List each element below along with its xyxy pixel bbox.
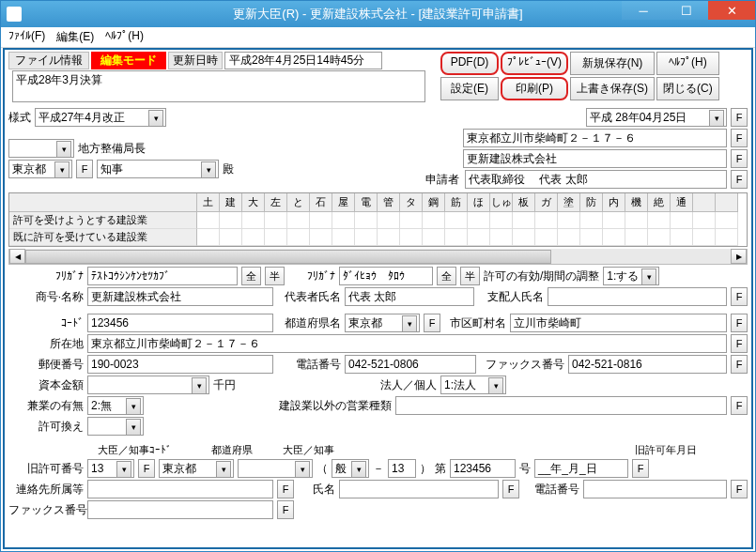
preview-button[interactable]: ﾌﾟﾚﾋﾞｭｰ(V) — [501, 52, 568, 75]
grid-cell[interactable] — [603, 212, 625, 229]
file-info-text[interactable]: 平成28年3月決算 — [12, 70, 425, 102]
pdf-button[interactable]: PDF(D) — [440, 52, 499, 75]
settings-button[interactable]: 設定(E) — [440, 77, 499, 100]
grid-cell[interactable] — [445, 229, 468, 246]
governor-combo[interactable]: 知事 — [97, 160, 219, 178]
grid-cell[interactable] — [445, 212, 468, 229]
titlebar[interactable]: 更新大臣(R) - 更新建設株式会社 - [建設業許可申請書] ─ ☐ ✕ — [1, 1, 755, 27]
grid-cell[interactable] — [513, 212, 535, 229]
otherbiz-input[interactable] — [395, 396, 727, 415]
grid-cell[interactable] — [332, 212, 355, 229]
grid-cell[interactable] — [468, 212, 490, 229]
grid-cell[interactable] — [242, 212, 265, 229]
grid-cell[interactable] — [535, 229, 558, 246]
grid-cell[interactable] — [355, 229, 378, 246]
contact-f[interactable]: F — [277, 480, 294, 498]
grid-cell[interactable] — [378, 229, 400, 246]
fax-input[interactable]: 042-521-0816 — [568, 355, 727, 374]
grid-cell[interactable] — [468, 229, 490, 246]
tel-input[interactable]: 042-521-0806 — [345, 355, 476, 374]
rep-name-input[interactable]: 代表 太郎 — [345, 287, 474, 306]
grid-cell[interactable] — [490, 229, 513, 246]
manager-input[interactable] — [548, 287, 727, 306]
grid-cell[interactable] — [671, 212, 693, 229]
date-f-button[interactable]: F — [731, 108, 748, 127]
old-permit-code[interactable]: 13 — [87, 459, 134, 478]
otherbiz-f[interactable]: F — [731, 396, 748, 415]
capital-input[interactable] — [87, 376, 209, 394]
grid-cell[interactable] — [648, 229, 671, 246]
rep-furigana[interactable]: ﾀﾞｲﾋｮｳ ﾀﾛｳ — [339, 267, 433, 285]
menu-edit[interactable]: 編集(E) — [56, 29, 94, 45]
grid-cell[interactable] — [355, 212, 378, 229]
grid-cell[interactable] — [671, 229, 693, 246]
scroll-left-icon[interactable]: ◀ — [9, 249, 25, 264]
empty-combo[interactable] — [8, 139, 74, 158]
grid-cell[interactable] — [423, 212, 445, 229]
grid-cell[interactable] — [603, 229, 625, 246]
addr-f2[interactable]: F — [731, 149, 748, 168]
grid-cell[interactable] — [580, 212, 603, 229]
han-button2[interactable]: 半 — [460, 267, 480, 285]
grid-cell[interactable] — [423, 229, 445, 246]
scroll-thumb[interactable] — [25, 250, 551, 264]
grid-cell[interactable] — [693, 212, 716, 229]
new-save-button[interactable]: 新規保存(N) — [570, 52, 655, 75]
addr-line1[interactable]: 東京都立川市柴崎町２－１７－６ — [463, 129, 727, 147]
close-window-button[interactable]: 閉じる(C) — [656, 77, 719, 100]
sideline-combo[interactable]: 2:無 — [87, 396, 144, 415]
grid-cell[interactable] — [378, 212, 400, 229]
opd-f[interactable]: F — [632, 459, 649, 478]
fax-f[interactable]: F — [731, 355, 748, 374]
grid-cell[interactable] — [400, 229, 423, 246]
permit-year[interactable]: 13 — [388, 459, 416, 478]
grid-cell[interactable] — [197, 229, 220, 246]
grid-cell[interactable] — [625, 212, 648, 229]
grid-cell[interactable] — [332, 229, 355, 246]
han-button1[interactable]: 半 — [265, 267, 285, 285]
pref-f[interactable]: F — [76, 160, 93, 178]
grid-cell[interactable] — [580, 229, 603, 246]
grid-cell[interactable] — [648, 212, 671, 229]
grid-cell[interactable] — [197, 212, 220, 229]
scroll-right-icon[interactable]: ▶ — [731, 249, 747, 264]
close-button[interactable]: ✕ — [708, 1, 755, 20]
grid-cell[interactable] — [310, 212, 332, 229]
menu-help[interactable]: ﾍﾙﾌﾟ(H) — [105, 29, 144, 45]
opc-f[interactable]: F — [138, 459, 155, 478]
menu-file[interactable]: ﾌｧｲﾙ(F) — [8, 29, 45, 45]
addr2-f[interactable]: F — [731, 334, 748, 353]
grid-cell[interactable] — [716, 212, 738, 229]
grid-cell[interactable] — [693, 229, 716, 246]
grid-cell[interactable] — [558, 229, 580, 246]
addr-f1[interactable]: F — [731, 129, 748, 147]
date-combo[interactable]: 平成 28年04月25日 — [586, 108, 727, 127]
pref-combo[interactable]: 東京都 — [8, 160, 72, 178]
old-permit-pref[interactable]: 東京都 — [159, 459, 234, 478]
grid-cell[interactable] — [242, 229, 265, 246]
furigana-input[interactable]: ﾃｽﾄｺｳｼﾝｹﾝｾﾂｶﾌﾞ — [87, 267, 238, 285]
grid-hscroll[interactable]: ◀ ▶ — [8, 249, 748, 265]
city-f[interactable]: F — [731, 314, 748, 332]
name2-f[interactable]: F — [502, 480, 519, 498]
grid-cell[interactable] — [513, 229, 535, 246]
grid-cell[interactable] — [490, 212, 513, 229]
grid-cell[interactable] — [716, 229, 738, 246]
print-button[interactable]: 印刷(P) — [501, 77, 568, 100]
old-permit-date[interactable]: __年_月_日 — [534, 459, 628, 478]
name2-input[interactable] — [339, 480, 499, 498]
grid-cell[interactable] — [265, 229, 287, 246]
grid-cell[interactable] — [287, 229, 310, 246]
exchange-combo[interactable] — [87, 417, 144, 436]
grid-cell[interactable] — [310, 229, 332, 246]
help-button[interactable]: ﾍﾙﾌﾟ(H) — [656, 52, 719, 75]
addr-rep[interactable]: 代表取締役 代表 太郎 — [465, 170, 727, 189]
grid-cell[interactable] — [220, 229, 242, 246]
grid-cell[interactable] — [265, 212, 287, 229]
format-combo[interactable]: 平成27年4月改正 — [35, 108, 166, 127]
grid-cell[interactable] — [535, 212, 558, 229]
addr-f3[interactable]: F — [731, 170, 748, 189]
manager-f[interactable]: F — [731, 287, 748, 306]
pref2-combo[interactable]: 東京都 — [345, 314, 420, 332]
pref2-f[interactable]: F — [424, 314, 440, 332]
